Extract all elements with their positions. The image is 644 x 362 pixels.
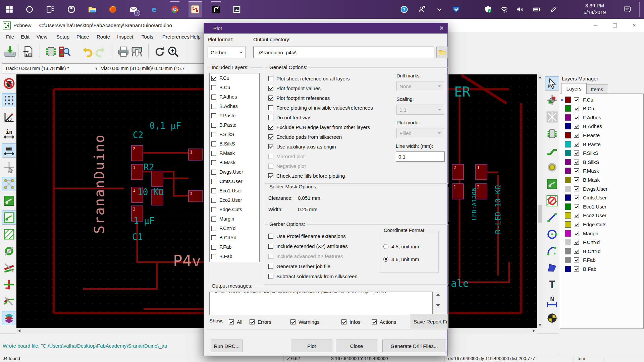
layer-row-F.SilkS[interactable]: F.SilkS	[560, 149, 643, 158]
scroll-down-icon[interactable]	[538, 324, 542, 326]
zone-nofill-mode-button[interactable]	[2, 227, 16, 241]
layer-color-swatch[interactable]	[565, 123, 571, 129]
add-graphic-polygon-tool-button[interactable]	[545, 261, 559, 275]
layer-visibility-checkbox[interactable]	[574, 240, 579, 245]
dialog-titlebar[interactable]: Plot ✕	[204, 23, 447, 34]
layer-visibility-checkbox[interactable]	[574, 186, 579, 191]
option-plot-footprint-values[interactable]: Plot footprint values	[268, 84, 321, 92]
layer-row-F.Adhes[interactable]: F.Adhes	[560, 113, 643, 122]
included-layer-Dwgs.User[interactable]: Dwgs.User	[211, 167, 258, 177]
units-inches-button[interactable]: in	[2, 127, 16, 141]
layer-row-Dwgs.User[interactable]: Dwgs.User	[560, 184, 643, 193]
checkbox[interactable]	[268, 134, 273, 139]
included-layer-F.Fab[interactable]: F.Fab	[211, 242, 258, 252]
plotter-button[interactable]	[130, 45, 144, 58]
sheet-settings-button[interactable]	[21, 45, 35, 58]
included-layer-B.Adhes[interactable]: B.Adhes	[211, 102, 258, 111]
ratsnest-visibility-button[interactable]	[2, 177, 16, 191]
redo-button[interactable]	[94, 45, 107, 58]
highlight-net-tool-button[interactable]	[545, 93, 559, 107]
add-graphic-arc-tool-button[interactable]	[545, 244, 559, 258]
menu-route[interactable]: Route	[95, 32, 111, 42]
zoom-in-button[interactable]	[166, 45, 180, 58]
scroll-right-icon[interactable]	[533, 329, 535, 333]
included-layer-Margin[interactable]: Margin	[211, 214, 258, 224]
menu-file[interactable]: File	[5, 32, 15, 42]
sketch-vias-mode-button[interactable]	[2, 244, 16, 258]
generate-drill-files-button[interactable]: Generate Drill Files...	[382, 340, 446, 352]
layer-color-swatch[interactable]	[565, 114, 571, 121]
zone-filled-mode-button[interactable]	[2, 194, 16, 208]
grid-visibility-button[interactable]	[2, 93, 16, 107]
drc-off-button[interactable]	[2, 76, 16, 90]
option-exclude-pads-from-silkscreen[interactable]: Exclude pads from silkscreen	[268, 133, 342, 141]
taskbar-app-file-explorer[interactable]	[86, 1, 99, 17]
messages-scroll-down-icon[interactable]	[436, 304, 440, 307]
option-subtract-soldermask-from-silkscreen[interactable]: Subtract soldermask from silkscreen	[268, 272, 358, 280]
checkbox[interactable]	[211, 226, 216, 231]
menu-preferences[interactable]: Preferences	[161, 32, 191, 42]
checkbox[interactable]	[268, 76, 273, 81]
dialog-resize-grip[interactable]	[443, 351, 446, 355]
show-filter-warnings[interactable]: Warnings	[290, 318, 320, 326]
show-filter-all[interactable]: All	[229, 318, 243, 326]
layer-color-swatch[interactable]	[565, 150, 571, 156]
print-button[interactable]	[117, 45, 130, 58]
action-center-icon[interactable]	[623, 5, 631, 13]
layer-row-F.Fab[interactable]: F.Fab	[560, 256, 643, 264]
option-use-auxiliary-axis-as-origin[interactable]: Use auxiliary axis as origin	[268, 142, 336, 150]
taskbar-app-task-view[interactable]	[44, 1, 57, 17]
layer-row-B.SilkS[interactable]: B.SilkS	[560, 158, 643, 166]
close-dialog-button[interactable]: Close	[336, 340, 377, 352]
checkbox[interactable]	[211, 235, 216, 240]
sketch-tracks-mode-button[interactable]	[2, 261, 16, 275]
output-messages-box[interactable]: Plot file "C:\Users\valha\Desktop\FabAca…	[209, 292, 433, 315]
layer-visibility-checkbox[interactable]	[574, 142, 579, 147]
curved-tracks-mode-button[interactable]	[2, 294, 16, 308]
layer-color-swatch[interactable]	[565, 212, 571, 219]
layer-visibility-checkbox[interactable]	[574, 124, 579, 129]
checkbox[interactable]	[268, 125, 273, 130]
layer-visibility-checkbox[interactable]	[574, 160, 579, 165]
route-tracks-tool-button[interactable]	[545, 143, 559, 158]
checkbox[interactable]	[211, 179, 216, 184]
checkbox[interactable]	[290, 319, 296, 324]
taskbar-app-kicad[interactable]	[189, 1, 202, 17]
save-board-button[interactable]	[3, 45, 17, 58]
checkbox[interactable]	[211, 160, 216, 165]
checkbox[interactable]	[211, 123, 216, 128]
layer-color-swatch[interactable]	[565, 203, 571, 210]
footprint-browser-button[interactable]	[58, 45, 71, 58]
checkbox[interactable]	[211, 254, 216, 259]
layer-row-F.Cu[interactable]: ▶F.Cu	[560, 95, 643, 104]
menu-place[interactable]: Place	[75, 32, 91, 42]
layer-visibility-checkbox[interactable]	[574, 266, 579, 272]
layer-visibility-checkbox[interactable]	[574, 204, 579, 209]
line-width-input[interactable]	[396, 152, 445, 162]
menu-view[interactable]: View	[35, 32, 49, 42]
layer-color-swatch[interactable]	[565, 266, 571, 272]
option-include-extended-x2-attributes[interactable]: Include extended (X2) attributes	[268, 242, 348, 250]
checkbox[interactable]	[211, 198, 216, 203]
help-icon[interactable]: ?	[400, 5, 408, 13]
run-drc-button[interactable]: Run DRC...	[211, 340, 243, 352]
layer-row-Eco2.User[interactable]: Eco2.User	[560, 211, 643, 220]
checkbox[interactable]	[211, 132, 216, 137]
layer-row-Eco1.User[interactable]: Eco1.User	[560, 202, 643, 211]
included-layer-F.Mask[interactable]: F.Mask	[211, 148, 258, 158]
checkbox[interactable]	[211, 113, 216, 118]
layer-row-B.Fab[interactable]: B.Fab	[560, 264, 643, 273]
layer-color-swatch[interactable]	[565, 257, 571, 263]
layer-visibility-checkbox[interactable]	[574, 195, 579, 200]
layer-row-F.Mask[interactable]: F.Mask	[560, 167, 643, 175]
layer-color-swatch[interactable]	[565, 141, 571, 147]
option-plot-footprint-references[interactable]: Plot footprint references	[268, 94, 330, 102]
included-layer-F.SilkS[interactable]: F.SilkS	[211, 130, 258, 139]
checkbox[interactable]	[268, 244, 273, 249]
cursor-shape-button[interactable]	[2, 160, 16, 174]
checkbox[interactable]	[250, 319, 255, 324]
menu-setup[interactable]: Setup	[55, 32, 71, 42]
add-keepout-tool-button[interactable]	[545, 194, 559, 208]
layer-row-Cmts.User[interactable]: Cmts.User	[560, 193, 643, 202]
layer-color-swatch[interactable]	[565, 221, 571, 228]
